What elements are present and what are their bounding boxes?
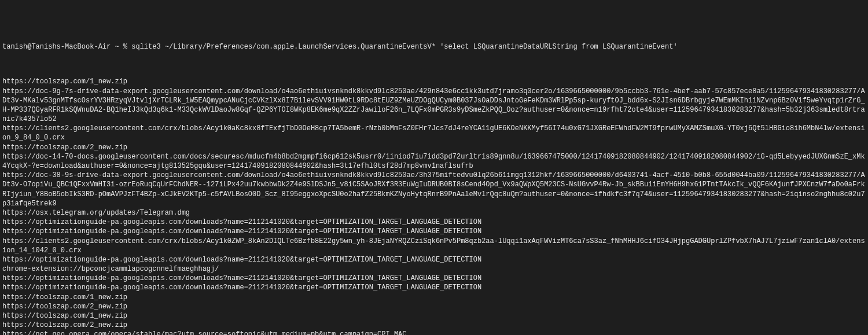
output-line: https://toolszap.com/2_new.zip bbox=[2, 321, 866, 330]
output-line: https://osx.telegram.org/updates/Telegra… bbox=[2, 208, 866, 218]
output-line: https://optimizationguide-pa.googleapis.… bbox=[2, 255, 866, 264]
output-line: https://toolszap.com/1_new.zip bbox=[2, 293, 866, 302]
prompt-user-host: tanish@Tanishs-MacBook-Air bbox=[2, 43, 111, 51]
output-line: https://toolszap.com/2_new.zip bbox=[2, 302, 866, 311]
output-line: https://toolszap.com/1_new.zip bbox=[2, 311, 866, 321]
output-line: https://clients2.googleusercontent.com/c… bbox=[2, 124, 866, 142]
output-line: https://optimizationguide-pa.googleapis.… bbox=[2, 283, 866, 292]
output-line: chrome-extension://bpconcjcammlapcogcnne… bbox=[2, 264, 866, 274]
output-line: https://doc-9g-7s-drive-data-export.goog… bbox=[2, 87, 866, 124]
prompt-symbol: % bbox=[123, 43, 127, 51]
output-line: https://net.geo.opera.com/opera/stable/m… bbox=[2, 330, 866, 335]
terminal-output: https://toolszap.com/1_new.ziphttps://do… bbox=[2, 77, 866, 335]
output-line: https://optimizationguide-pa.googleapis.… bbox=[2, 274, 866, 283]
output-line: https://clients2.googleusercontent.com/c… bbox=[2, 237, 866, 255]
output-line: https://doc-14-70-docs.googleusercontent… bbox=[2, 152, 866, 171]
output-line: https://toolszap.com/1_new.zip bbox=[2, 77, 866, 86]
output-line: https://optimizationguide-pa.googleapis.… bbox=[2, 227, 866, 236]
terminal-prompt-line: tanish@Tanishs-MacBook-Air ~ % sqlite3 ~… bbox=[2, 42, 866, 51]
output-line: https://toolszap.com/2_new.zip bbox=[2, 143, 866, 152]
prompt-path: ~ bbox=[115, 43, 119, 51]
command-text: sqlite3 ~/Library/Preferences/com.apple.… bbox=[131, 43, 677, 51]
output-line: https://optimizationguide-pa.googleapis.… bbox=[2, 218, 866, 227]
output-line: https://doc-38-9s-drive-data-export.goog… bbox=[2, 171, 866, 208]
